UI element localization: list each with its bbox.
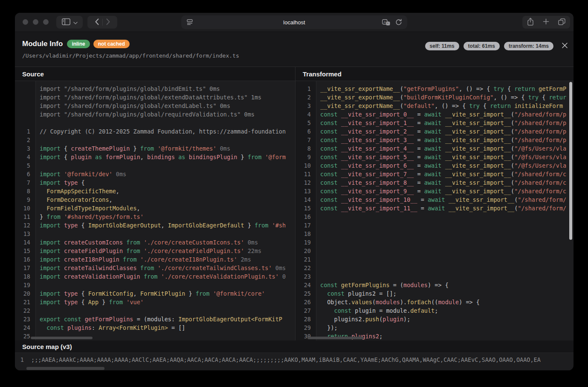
- code-line: 19: [295, 238, 574, 247]
- browser-window: localhost A*: [15, 13, 574, 370]
- browser-toolbar: localhost A*: [15, 13, 574, 32]
- reload-icon[interactable]: [395, 19, 402, 27]
- back-button[interactable]: [95, 18, 99, 26]
- code-line: 14import createCustomIcons from './core/…: [15, 238, 295, 247]
- code-line: 5: [15, 161, 295, 170]
- source-code-view[interactable]: import "/shared/form/plugins/global/bind…: [15, 81, 295, 340]
- code-line: 2: [15, 136, 295, 144]
- code-line: 16import createI18nPlugin from './core/c…: [15, 255, 295, 264]
- code-line: [15, 119, 295, 127]
- sidebar-icon: [62, 18, 70, 26]
- forward-button[interactable]: [106, 18, 110, 26]
- code-line: 4import { plugin as formPlugin, bindings…: [15, 153, 295, 161]
- code-line: 9const __vite_ssr_import_5__ = await __v…: [295, 153, 574, 161]
- code-line: 4const __vite_ssr_import_0__ = await __v…: [295, 110, 574, 119]
- transformed-panel-title: Transformed: [303, 70, 342, 78]
- code-line: 16: [295, 212, 574, 221]
- tabs-icon: [558, 18, 565, 26]
- timing-badge: self: 11ms: [425, 42, 459, 50]
- translate-icon[interactable]: A*: [382, 19, 390, 27]
- status-badge: inline: [67, 40, 90, 48]
- chevron-left-icon: [95, 18, 99, 26]
- sourcemap-panel-title: Source map (v3): [22, 343, 72, 350]
- code-line: 21import type { App } from 'vue': [15, 298, 295, 306]
- share-icon: [527, 17, 534, 27]
- code-line: 13const __vite_ssr_import_9__ = await __…: [295, 187, 574, 195]
- transformed-panel-header: Transformed: [295, 67, 574, 81]
- code-line: 9 FormDecoratorIcons,: [15, 195, 295, 204]
- code-line: 8const __vite_ssr_import_4__ = await __v…: [295, 144, 574, 153]
- tab-overview-button[interactable]: [558, 18, 565, 26]
- code-line: 11} from '#shared/types/form.ts': [15, 212, 295, 221]
- code-line: 26 Object.values(modules).forEach((modul…: [295, 298, 574, 306]
- nav-divider: [102, 19, 103, 26]
- code-line: 12const __vite_ssr_import_8__ = await __…: [295, 178, 574, 187]
- code-line: 30 return plugins2;: [295, 332, 574, 340]
- code-line: 15const __vite_ssr_import_11__ = await _…: [295, 204, 574, 212]
- code-line: 21: [295, 255, 574, 264]
- module-info-header: Module Info inlinenot cached /Users/vlad…: [15, 32, 574, 67]
- code-line: 25: [15, 332, 295, 340]
- code-line: 12import type { ImportGlobEagerOutput, I…: [15, 221, 295, 230]
- code-line: 17import createTailwindClasses from './c…: [15, 264, 295, 272]
- new-tab-button[interactable]: [543, 18, 549, 26]
- plus-icon: [543, 18, 549, 26]
- toolbar-right-buttons: [522, 16, 570, 29]
- sourcemap-horizontal-scrollbar[interactable]: [26, 367, 104, 370]
- code-line: 6const __vite_ssr_import_2__ = await __v…: [295, 127, 574, 136]
- chevron-down-icon: [73, 19, 78, 26]
- code-line: 3import { createThemePlugin } from '@for…: [15, 144, 295, 153]
- close-button[interactable]: [561, 41, 569, 51]
- code-line: 7const __vite_ssr_import_3__ = await __v…: [295, 136, 574, 144]
- code-line: 24const getFormPlugins = (modules) => {: [295, 281, 574, 289]
- code-line: 22: [295, 264, 574, 272]
- transformed-horizontal-scrollbar[interactable]: [307, 337, 363, 339]
- code-line: 1__vite_ssr_exportName__("getFormPlugins…: [295, 84, 574, 93]
- share-button[interactable]: [527, 17, 534, 27]
- source-panel-title: Source: [22, 70, 44, 78]
- chevron-right-icon: [106, 18, 110, 26]
- code-line: 28 plugins2.push(plugin);: [295, 315, 574, 323]
- code-line: 22: [15, 306, 295, 315]
- code-line: 18: [295, 230, 574, 238]
- code-line: import "/shared/form/plugins/global/exte…: [15, 102, 295, 110]
- code-line: import "/shared/form/plugins/global/exte…: [15, 93, 295, 102]
- page-title: Module Info: [22, 40, 63, 48]
- sourcemap-panel: Source map (v3) 1;;;AAEA;AAAkC;AAAA;AAAA…: [15, 340, 574, 370]
- code-line: 10 FormFieldTypeImportModules,: [15, 204, 295, 212]
- code-line: 18import createValidationPlugin from './…: [15, 272, 295, 281]
- code-line: 13: [15, 230, 295, 238]
- code-line: 7import type {: [15, 178, 295, 187]
- module-path: /Users/vladimir/Projects/zammad/app/fron…: [22, 52, 239, 59]
- sourcemap-code-view[interactable]: 1;;;AAEA;AAAkC;AAAA;AAAA;AAAA;AAClC;AAEA…: [15, 353, 574, 370]
- source-horizontal-scrollbar[interactable]: [31, 337, 93, 339]
- code-line: 1// Copyright (C) 2012-2025 Zammad Found…: [15, 127, 295, 136]
- source-panel: Source import "/shared/form/plugins/glob…: [15, 67, 295, 340]
- svg-text:A: A: [384, 20, 386, 24]
- url-text: localhost: [181, 19, 407, 26]
- traffic-lights: [23, 19, 49, 25]
- sidebar-toggle-button[interactable]: [56, 16, 83, 29]
- timing-badge: total: 61ms: [463, 42, 500, 50]
- module-badges: inlinenot cached: [67, 40, 130, 48]
- address-bar[interactable]: localhost A*: [181, 15, 407, 29]
- desktop: localhost A*: [0, 0, 588, 387]
- code-line: 10const __vite_ssr_import_6__ = await __…: [295, 161, 574, 170]
- code-line: 17: [295, 221, 574, 230]
- transformed-code-view[interactable]: 1__vite_ssr_exportName__("getFormPlugins…: [295, 81, 574, 340]
- transformed-vertical-scrollbar[interactable]: [569, 82, 572, 240]
- code-panels: Source import "/shared/form/plugins/glob…: [15, 67, 574, 340]
- code-line: 29 });: [295, 323, 574, 332]
- sourcemap-panel-header: Source map (v3): [15, 340, 574, 353]
- code-line: 19: [15, 281, 295, 289]
- zoom-window-button[interactable]: [43, 19, 49, 25]
- timing-stats: self: 11mstotal: 61mstransform: 14ms: [425, 42, 553, 50]
- code-line: 8 FormAppSpecificTheme,: [15, 187, 295, 195]
- code-line: 1;;;AAEA;AAAkC;AAAA;AAAA;AAAA;AAClC;AAEA…: [15, 355, 574, 364]
- timing-badge: transform: 14ms: [504, 42, 553, 50]
- close-window-button[interactable]: [23, 19, 28, 25]
- code-line: 3__vite_ssr_exportName__("default", () =…: [295, 102, 574, 110]
- code-line: 23: [295, 272, 574, 281]
- code-line: 6import '@formkit/dev' 0ms: [15, 170, 295, 178]
- minimize-window-button[interactable]: [33, 19, 38, 25]
